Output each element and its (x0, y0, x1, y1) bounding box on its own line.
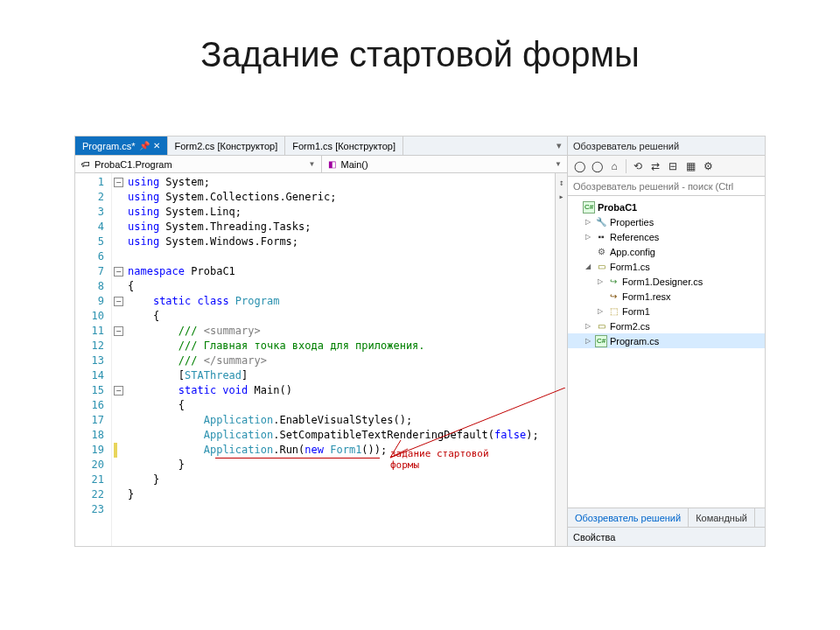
tree-label: Form1.resx (622, 291, 671, 302)
expand-toggle-icon[interactable]: ▸ (558, 189, 564, 203)
split-toggle-icon[interactable]: ↕ (558, 175, 564, 189)
tab-label: Program.cs* (82, 141, 136, 151)
tab-label: Form2.cs [Конструктор] (175, 141, 278, 151)
show-all-button[interactable]: ▦ (682, 158, 698, 174)
code-content[interactable]: using System;using System.Collections.Ge… (124, 173, 555, 546)
code-editor[interactable]: 1234567891011121314151617181920212223 us… (75, 173, 567, 546)
bottom-tab-team[interactable]: Командный (689, 508, 755, 527)
solution-explorer-title: Обозреватель решений (568, 136, 765, 156)
tree-node[interactable]: ⚙App.config (568, 244, 765, 259)
ide-screenshot: Program.cs* 📌 ✕ Form2.cs [Конструктор] F… (74, 136, 766, 547)
tree-label: App.config (610, 247, 655, 257)
line-number-gutter: 1234567891011121314151617181920212223 (75, 173, 112, 546)
toolbar-separator (626, 159, 626, 173)
slide-title: Задание стартовой формы (0, 0, 840, 92)
tree-label: References (610, 232, 659, 242)
properties-panel-title: Свойства (568, 527, 765, 546)
tree-label: Form1.cs (610, 262, 650, 272)
tree-node[interactable]: ▷⬚Form1 (568, 304, 765, 318)
solution-bottom-tabs: Обозреватель решений Командный (568, 508, 765, 527)
member-dropdown[interactable]: ◧ Main() ▼ (322, 156, 568, 172)
tree-node[interactable]: ▷↪Form1.Designer.cs (568, 274, 765, 289)
tree-caret-icon[interactable]: ▷ (584, 322, 592, 330)
tree-node[interactable]: ▷▭Form2.cs (568, 318, 765, 333)
chevron-down-icon: ▼ (555, 160, 562, 168)
navigation-bar: 🏷 ProbaC1.Program ▼ ◧ Main() ▼ (75, 156, 567, 173)
member-name: Main() (341, 159, 368, 170)
tree-label: Form2.cs (610, 321, 650, 332)
tree-caret-icon[interactable]: ▷ (584, 233, 592, 241)
tree-label: Form1.Designer.cs (622, 276, 703, 287)
tab-form2-designer[interactable]: Form2.cs [Конструктор] (168, 136, 286, 155)
collapse-button[interactable]: ⊟ (665, 158, 681, 174)
refresh-button[interactable]: ⇄ (648, 158, 663, 174)
class-dropdown[interactable]: 🏷 ProbaC1.Program ▼ (75, 156, 322, 172)
tree-label: Properties (610, 217, 654, 228)
chevron-down-icon: ▼ (309, 160, 316, 168)
tree-label: Form1 (622, 306, 650, 317)
method-icon: ◧ (327, 159, 338, 170)
editor-side-toggles: ↕ ▸ (555, 173, 567, 546)
pin-icon[interactable]: 📌 (139, 141, 150, 150)
tree-caret-icon[interactable]: ◢ (584, 262, 592, 270)
tree-node[interactable]: ◢▭Form1.cs (568, 259, 765, 274)
tree-node[interactable]: ▷🔧Properties (568, 214, 765, 229)
bottom-tab-solution[interactable]: Обозреватель решений (568, 508, 689, 527)
class-icon: 🏷 (80, 159, 91, 170)
tab-label: Form1.cs [Конструктор] (292, 141, 396, 151)
tree-label: Program.cs (610, 336, 659, 346)
annotation-text: задание стартовой формы (390, 448, 489, 471)
sync-button[interactable]: ⟲ (630, 158, 646, 174)
tree-node[interactable]: ▷C#Program.cs (568, 333, 765, 348)
solution-search (568, 177, 765, 196)
home-button[interactable]: ⌂ (606, 158, 622, 174)
tab-program-cs[interactable]: Program.cs* 📌 ✕ (75, 136, 168, 155)
solution-tree[interactable]: C#ProbaC1▷🔧Properties▷▪▪References⚙App.c… (568, 196, 765, 508)
class-name: ProbaC1.Program (94, 159, 172, 170)
tree-caret-icon[interactable]: ▷ (596, 277, 605, 285)
tree-node[interactable]: ↪Form1.resx (568, 289, 765, 304)
fold-column[interactable] (112, 173, 124, 546)
tree-caret-icon[interactable]: ▷ (584, 218, 592, 226)
solution-toolbar: ◯ ◯ ⌂ ⟲ ⇄ ⊟ ▦ ⚙ (568, 156, 765, 177)
properties-button[interactable]: ⚙ (700, 158, 716, 174)
solution-search-input[interactable] (568, 177, 765, 195)
forward-button[interactable]: ◯ (589, 158, 605, 174)
tab-overflow-dropdown[interactable]: ▾ (551, 136, 567, 155)
tree-node[interactable]: ▷▪▪References (568, 229, 765, 244)
close-icon[interactable]: ✕ (153, 141, 160, 150)
tree-caret-icon[interactable]: ▷ (584, 337, 592, 345)
tab-form1-designer[interactable]: Form1.cs [Конструктор] (285, 136, 403, 155)
tree-node[interactable]: C#ProbaC1 (568, 200, 765, 214)
back-button[interactable]: ◯ (571, 158, 587, 174)
tree-caret-icon[interactable]: ▷ (596, 307, 605, 315)
annotation-underline (215, 458, 380, 458)
tab-strip: Program.cs* 📌 ✕ Form2.cs [Конструктор] F… (75, 136, 567, 156)
editor-pane: Program.cs* 📌 ✕ Form2.cs [Конструктор] F… (75, 136, 568, 546)
solution-explorer: Обозреватель решений ◯ ◯ ⌂ ⟲ ⇄ ⊟ ▦ ⚙ C#P… (568, 136, 765, 546)
tree-label: ProbaC1 (598, 202, 637, 213)
